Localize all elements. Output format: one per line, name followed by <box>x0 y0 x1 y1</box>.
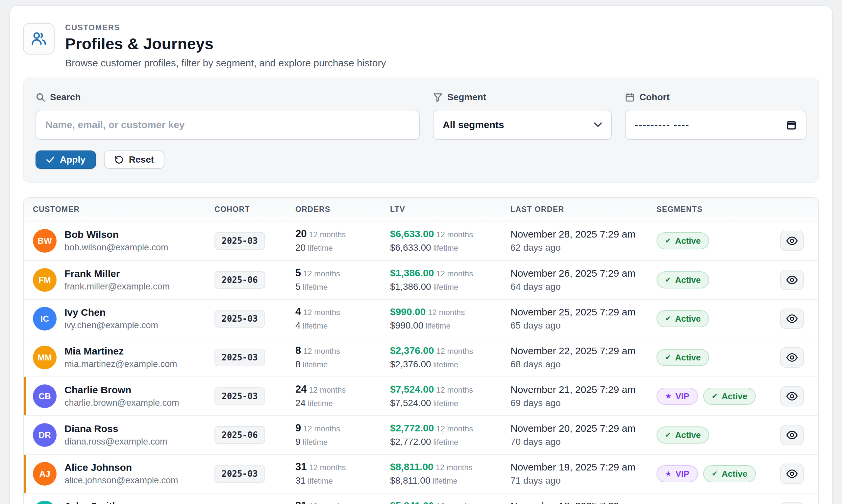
cohort-cell: 2025-06 <box>214 426 295 444</box>
view-customer-button[interactable] <box>780 386 804 407</box>
badge-label: Active <box>675 353 701 363</box>
badge-label: Active <box>722 391 747 401</box>
cohort-badge: 2025-03 <box>214 465 265 483</box>
reset-button[interactable]: Reset <box>104 150 165 169</box>
customer-name: Ivy Chen <box>65 306 158 319</box>
orders-lifetime-suffix: lifetime <box>308 399 333 408</box>
check-icon: ✔ <box>665 354 671 361</box>
orders-12m-value: 5 <box>295 267 301 278</box>
ltv-cell: $1,386.00 12 months $1,386.00 lifetime <box>390 267 511 294</box>
ltv-lifetime-suffix: lifetime <box>432 476 458 485</box>
badge-label: Active <box>722 469 747 479</box>
ltv-lifetime-suffix: lifetime <box>433 283 458 291</box>
table-row: BW Bob Wilson bob.wilson@example.com 202… <box>24 221 818 260</box>
ltv-cell: $2,772.00 12 months $2,772.00 lifetime <box>390 421 511 449</box>
badge-label: VIP <box>675 469 689 479</box>
col-header-last-order: LAST ORDER <box>511 205 656 214</box>
ltv-12m-suffix: 12 months <box>435 463 472 472</box>
check-icon: ✔ <box>665 431 671 438</box>
cohort-month-input[interactable]: --------- ---- <box>625 110 807 140</box>
customer-email: bob.wilson@example.com <box>65 241 168 254</box>
calendar-picker-icon[interactable] <box>786 120 796 130</box>
active-badge: ✔Active <box>703 388 756 405</box>
orders-12m-suffix: 12 months <box>309 502 346 504</box>
view-customer-button[interactable] <box>780 270 804 290</box>
last-order-cell: November 25, 2025 7:29 am 65 days ago <box>511 305 656 332</box>
active-badge: ✔Active <box>656 427 709 444</box>
cohort-cell: 2025-03 <box>214 465 295 483</box>
ltv-12m-suffix: 12 months <box>436 424 473 433</box>
ltv-12m-value: $8,811.00 <box>390 461 433 472</box>
ltv-lifetime-suffix: lifetime <box>426 321 451 330</box>
avatar: BW <box>33 229 56 253</box>
search-input[interactable] <box>35 110 420 140</box>
ltv-12m-suffix: 12 months <box>436 347 473 356</box>
last-order-date: November 25, 2025 7:29 am <box>511 305 656 319</box>
actions-cell <box>780 231 809 251</box>
vip-badge: ★VIP <box>656 388 698 405</box>
avatar: IC <box>33 307 56 330</box>
eye-icon <box>786 353 798 362</box>
orders-lifetime-value: 4 <box>295 320 300 330</box>
customer-email: diana.ross@example.com <box>65 435 167 448</box>
table-row: AJ Alice Johnson alice.johnson@example.c… <box>24 454 818 493</box>
view-customer-button[interactable] <box>780 308 804 329</box>
last-order-cell: November 18, 2025 7:29 am 72 days ago <box>511 499 656 504</box>
orders-lifetime-suffix: lifetime <box>303 283 328 291</box>
active-badge: ✔Active <box>656 271 709 288</box>
funnel-icon <box>433 92 443 102</box>
col-header-cohort: COHORT <box>214 205 295 214</box>
cohort-badge: 2025-03 <box>214 232 265 250</box>
customer-cell: BW Bob Wilson bob.wilson@example.com <box>33 228 214 254</box>
ltv-cell: $5,841.00 12 months $5,841.00 lifetime <box>390 499 511 504</box>
customer-cell: CB Charlie Brown charlie.brown@example.c… <box>33 383 214 409</box>
ltv-12m-value: $2,376.00 <box>390 345 434 356</box>
orders-lifetime-value: 31 <box>295 475 306 486</box>
star-icon: ★ <box>665 393 672 400</box>
ltv-12m-value: $1,386.00 <box>390 267 434 278</box>
breadcrumb-eyebrow: CUSTOMERS <box>65 23 386 32</box>
ltv-12m-value: $6,633.00 <box>390 228 434 239</box>
orders-12m-value: 31 <box>295 461 307 472</box>
orders-lifetime-suffix: lifetime <box>308 476 333 485</box>
orders-12m-value: 24 <box>295 383 307 395</box>
apply-button[interactable]: Apply <box>35 150 96 169</box>
customers-table: CUSTOMER COHORT ORDERS LTV LAST ORDER SE… <box>23 197 819 504</box>
view-customer-button[interactable] <box>780 502 804 504</box>
last-order-date: November 20, 2025 7:29 am <box>511 421 656 435</box>
last-order-cell: November 19, 2025 7:29 am 71 days ago <box>511 460 656 487</box>
actions-cell <box>780 502 809 504</box>
col-header-segments: SEGMENTS <box>656 205 780 214</box>
filter-actions: Apply Reset <box>35 150 807 169</box>
ltv-lifetime-value: $990.00 <box>390 320 423 330</box>
cohort-cell: 2025-03 <box>214 310 295 328</box>
avatar: CB <box>33 384 56 408</box>
ltv-lifetime-suffix: lifetime <box>433 438 458 447</box>
view-customer-button[interactable] <box>780 464 804 484</box>
col-header-ltv: LTV <box>390 205 511 214</box>
segments-cell: ✔Active <box>656 427 780 444</box>
page-subtitle: Browse customer profiles, filter by segm… <box>65 56 386 70</box>
eye-icon <box>786 391 798 401</box>
last-order-cell: November 26, 2025 7:29 am 64 days ago <box>511 267 656 293</box>
view-customer-button[interactable] <box>780 425 804 445</box>
orders-cell: 5 12 months 5 lifetime <box>295 267 390 294</box>
ltv-lifetime-value: $2,772.00 <box>390 437 431 447</box>
segment-select-value: All segments <box>443 119 504 130</box>
ltv-lifetime-value: $1,386.00 <box>390 282 431 292</box>
customer-name: Alice Johnson <box>65 461 178 474</box>
segment-select[interactable]: All segments <box>433 110 612 140</box>
orders-lifetime-value: 5 <box>295 282 300 292</box>
orders-cell: 31 12 months 31 lifetime <box>295 460 390 488</box>
table-row: FM Frank Miller frank.miller@example.com… <box>24 260 818 299</box>
view-customer-button[interactable] <box>780 347 804 368</box>
customer-cell: DR Diana Ross diana.ross@example.com <box>33 422 214 448</box>
orders-cell: 21 12 months 21 lifetime <box>295 499 390 504</box>
cohort-badge: 2025-06 <box>214 426 265 444</box>
view-customer-button[interactable] <box>780 231 804 251</box>
ltv-cell: $6,633.00 12 months $6,633.00 lifetime <box>390 227 511 255</box>
ltv-lifetime-value: $2,376.00 <box>390 359 431 369</box>
search-icon <box>35 92 46 102</box>
badge-label: Active <box>675 430 701 440</box>
orders-lifetime-suffix: lifetime <box>303 438 328 447</box>
